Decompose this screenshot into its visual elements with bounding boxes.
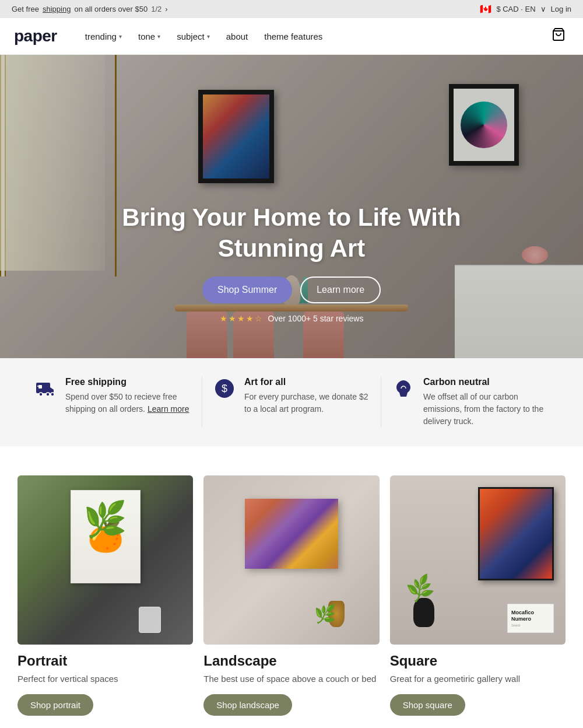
carbon-description: We offset all of our carbon emissions, f…: [423, 391, 548, 428]
site-header: paper trending ▾ tone ▾ subject ▾ about …: [0, 18, 583, 55]
nav-item-subject[interactable]: subject ▾: [170, 28, 217, 45]
hero-title: Bring Your Home to Life With Stunning Ar…: [0, 202, 583, 264]
square-image: 🌿 MocaficoNumero Steidl: [390, 475, 566, 645]
nav-label-theme-features: theme features: [264, 32, 322, 41]
login-button[interactable]: Log in: [551, 5, 571, 13]
chevron-down-icon: ▾: [207, 33, 210, 40]
svg-point-5: [51, 393, 54, 396]
square-description: Great for a geometiric gallery wall: [390, 673, 566, 685]
shipping-title: Free shipping: [65, 377, 190, 387]
announcement-prefix: Get free: [12, 5, 39, 13]
shipping-icon: [35, 378, 56, 403]
svg-point-4: [46, 393, 50, 396]
chevron-down-icon: ∨: [540, 5, 546, 13]
announcement-text: Get free shipping on all orders over $50…: [12, 5, 168, 13]
collection-landscape: 🌿 Landscape The best use of space above …: [203, 475, 379, 716]
landscape-description: The best use of space above a couch or b…: [203, 673, 379, 685]
collections-grid: 🍊 Portrait Perfect for vertical spaces S…: [17, 475, 566, 716]
landscape-artwork: 🌿: [203, 475, 379, 645]
chevron-down-icon: ▾: [119, 33, 122, 40]
site-logo[interactable]: paper: [14, 27, 57, 46]
learn-more-button[interactable]: Learn more: [300, 276, 381, 303]
carbon-title: Carbon neutral: [423, 377, 548, 387]
svg-rect-1: [36, 383, 50, 393]
art-title: Art for all: [244, 377, 369, 387]
nav-item-tone[interactable]: tone ▾: [131, 28, 167, 45]
art-description: For every purchase, we donate $2 to a lo…: [244, 391, 369, 415]
nav-label-trending: trending: [85, 32, 117, 41]
svg-rect-2: [38, 385, 42, 388]
feature-art: $ Art for all For every purchase, we don…: [202, 377, 381, 428]
svg-text:$: $: [222, 383, 227, 394]
collection-square: 🌿 MocaficoNumero Steidl Square Great for…: [390, 475, 566, 716]
shipping-learn-more[interactable]: Learn more: [147, 404, 189, 414]
hero-buttons: Shop Summer Learn more: [0, 276, 583, 303]
announcement-bar: Get free shipping on all orders over $50…: [0, 0, 583, 18]
portrait-artwork: 🍊: [17, 475, 193, 645]
square-painting: [478, 487, 554, 580]
square-book: MocaficoNumero Steidl: [507, 604, 554, 633]
chevron-right-icon: ›: [165, 5, 167, 13]
collection-portrait: 🍊 Portrait Perfect for vertical spaces S…: [17, 475, 193, 716]
landscape-canvas: [245, 499, 338, 569]
shop-square-button[interactable]: Shop square: [390, 694, 465, 716]
flag-icon: 🇨🇦: [480, 4, 491, 15]
landscape-image: 🌿: [203, 475, 379, 645]
carbon-feature-text: Carbon neutral We offset all of our carb…: [423, 377, 548, 428]
nav-label-about: about: [226, 32, 248, 41]
hero-reviews: ★★★★☆ Over 1000+ 5 star reviews: [0, 314, 583, 323]
announcement-pagination[interactable]: 1/2: [151, 5, 161, 13]
portrait-title: Portrait: [17, 653, 193, 669]
landscape-title: Landscape: [203, 653, 379, 669]
hero-content: Bring Your Home to Life With Stunning Ar…: [0, 202, 583, 323]
chevron-down-icon: ▾: [157, 33, 160, 40]
nav-label-subject: subject: [177, 32, 205, 41]
svg-point-3: [39, 393, 43, 396]
main-nav: trending ▾ tone ▾ subject ▾ about theme …: [78, 28, 548, 45]
art-icon: $: [214, 378, 235, 403]
shipping-link[interactable]: shipping: [43, 5, 71, 13]
shop-landscape-button[interactable]: Shop landscape: [203, 694, 292, 716]
square-title: Square: [390, 653, 566, 669]
announcement-suffix: on all orders over $50: [74, 5, 147, 13]
feature-carbon: Carbon neutral We offset all of our carb…: [381, 377, 560, 428]
collections-section: 🍊 Portrait Perfect for vertical spaces S…: [0, 446, 583, 728]
stars-icon: ★★★★☆: [220, 314, 264, 323]
portrait-image: 🍊: [17, 475, 193, 645]
shipping-feature-text: Free shipping Spend over $50 to recieve …: [65, 377, 190, 415]
feature-shipping: Free shipping Spend over $50 to recieve …: [23, 377, 202, 428]
shop-portrait-button[interactable]: Shop portrait: [17, 694, 93, 716]
nav-item-about[interactable]: about: [219, 28, 255, 45]
reviews-text: Over 1000+ 5 star reviews: [268, 314, 364, 323]
nav-item-theme-features[interactable]: theme features: [257, 28, 329, 45]
square-artwork: 🌿 MocaficoNumero Steidl: [390, 475, 566, 645]
cart-button[interactable]: [548, 24, 569, 48]
nav-item-trending[interactable]: trending ▾: [78, 28, 129, 45]
shipping-description: Spend over $50 to recieve free shipping …: [65, 391, 190, 415]
hero-section: Bring Your Home to Life With Stunning Ar…: [0, 55, 583, 358]
carbon-icon: [393, 378, 414, 403]
nav-label-tone: tone: [138, 32, 155, 41]
header-actions: 🇨🇦 $ CAD · EN ∨ Log in: [480, 4, 571, 15]
features-section: Free shipping Spend over $50 to recieve …: [0, 358, 583, 446]
shop-summer-button[interactable]: Shop Summer: [202, 276, 292, 303]
portrait-description: Perfect for vertical spaces: [17, 673, 193, 685]
art-feature-text: Art for all For every purchase, we donat…: [244, 377, 369, 415]
currency-selector[interactable]: $ CAD · EN: [496, 5, 535, 13]
square-book-title: MocaficoNumero: [511, 610, 550, 622]
